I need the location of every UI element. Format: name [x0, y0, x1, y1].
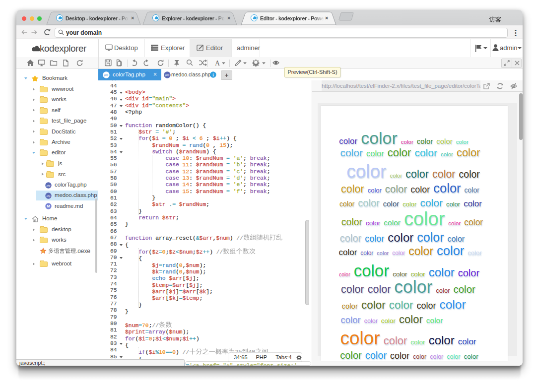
svg-text:php: php	[164, 74, 169, 76]
svg-text:php: php	[46, 195, 51, 197]
svg-text:php: php	[103, 74, 108, 76]
svg-text:A: A	[215, 60, 220, 67]
svg-text:M: M	[47, 204, 50, 208]
svg-text:php: php	[46, 184, 51, 187]
